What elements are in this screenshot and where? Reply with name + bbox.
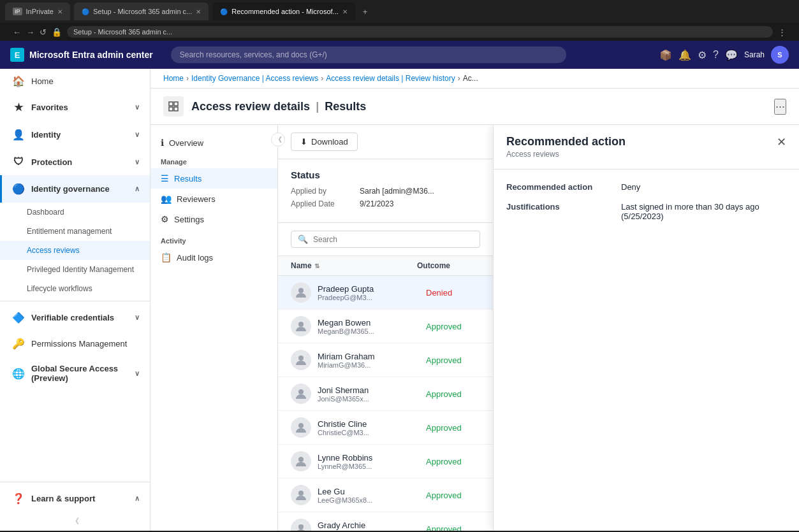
global-search-input[interactable] xyxy=(171,47,566,63)
sidebar-item-protection[interactable]: 🛡 Protection ∨ xyxy=(0,148,150,175)
row-outcome: Approved xyxy=(426,389,480,399)
tab-recommended-close[interactable]: ✕ xyxy=(342,8,348,15)
sidebar-collapse-icon[interactable]: 《 xyxy=(71,516,79,527)
download-icon: ⬇ xyxy=(300,137,307,147)
notifications-icon[interactable]: 🔔 xyxy=(678,49,691,61)
svg-rect-0 xyxy=(169,102,173,106)
table-row[interactable]: Megan Bowen MeganB@M365... Approved xyxy=(278,310,493,343)
tab-inprivate-close[interactable]: ✕ xyxy=(57,8,62,15)
table-row[interactable]: Joni Sherman JoniS@M365x... Approved xyxy=(278,377,493,411)
row-outcome: Approved xyxy=(426,356,480,365)
home-icon: 🏠 xyxy=(12,75,25,87)
row-user-email: MiriamG@M36... xyxy=(318,361,426,369)
brand-icon: E xyxy=(10,48,24,62)
left-nav-reviewers[interactable]: 👥 Reviewers xyxy=(150,189,277,209)
sidebar-item-verifiable-credentials[interactable]: 🔷 Verifiable credentials ∨ xyxy=(0,304,150,331)
row-user-name: Megan Bowen xyxy=(318,318,426,327)
table-row[interactable]: Lee Gu LeeG@M365x8... Approved xyxy=(278,478,493,512)
row-user-info: Miriam Graham MiriamG@M36... xyxy=(318,352,426,369)
left-nav-results[interactable]: ☰ Results xyxy=(150,168,277,189)
row-user-name: Joni Sherman xyxy=(318,385,426,395)
feedback-icon[interactable]: 💬 xyxy=(725,49,738,61)
right-panel-title-block: Recommended action Access reviews xyxy=(506,135,626,159)
breadcrumb: Home › Identity Governance | Access revi… xyxy=(150,69,799,89)
tab-setup[interactable]: 🔵 Setup - Microsoft 365 admin c... ✕ xyxy=(74,3,209,20)
svg-point-11 xyxy=(298,524,304,529)
back-button[interactable]: ← xyxy=(13,27,21,37)
right-panel-close-button[interactable]: ✕ xyxy=(777,135,786,149)
lock-icon: 🔒 xyxy=(52,27,62,37)
forward-button[interactable]: → xyxy=(26,27,34,37)
browser-settings-icon[interactable]: ⋮ xyxy=(778,27,786,37)
page-title: Access review details | Results xyxy=(191,100,366,113)
row-avatar xyxy=(291,485,311,505)
svg-point-10 xyxy=(298,491,304,496)
breadcrumb-identity-governance[interactable]: Identity Governance | Access reviews xyxy=(191,74,318,83)
sidebar-item-learn-support[interactable]: ❓ Learn & support ∧ xyxy=(0,485,150,512)
breadcrumb-access-review-details[interactable]: Access review details | Review history xyxy=(326,74,455,83)
left-nav-activity-section: Activity xyxy=(150,229,277,247)
identity-icon: 👤 xyxy=(12,129,25,141)
row-user-name: Grady Archie xyxy=(318,521,426,530)
sidebar-sub-entitlement-label: Entitlement management xyxy=(27,227,112,236)
address-input[interactable] xyxy=(67,26,773,38)
row-user-name: Lynne Robbins xyxy=(318,453,426,463)
svg-point-6 xyxy=(298,356,304,361)
svg-point-8 xyxy=(298,423,304,428)
left-nav-settings[interactable]: ⚙ Settings xyxy=(150,209,277,229)
new-tab-button[interactable]: + xyxy=(359,7,372,17)
col-name-header[interactable]: Name ⇅ xyxy=(291,261,417,270)
sidebar-item-identity-governance[interactable]: 🔵 Identity governance ∧ xyxy=(0,175,150,203)
global-search[interactable] xyxy=(171,47,566,63)
row-user-info: Megan Bowen MeganB@M365... xyxy=(318,318,426,335)
reload-button[interactable]: ↺ xyxy=(40,27,47,37)
search-section: 🔍 xyxy=(278,223,493,256)
sidebar-item-permissions-management[interactable]: 🔑 Permissions Management xyxy=(0,331,150,356)
sidebar-sub-lifecycle[interactable]: Lifecycle workflows xyxy=(0,279,150,298)
sidebar-sub-access-reviews-label: Access reviews xyxy=(27,246,80,255)
row-user-info: Lynne Robbins LynneR@M365... xyxy=(318,453,426,470)
breadcrumb-home[interactable]: Home xyxy=(163,74,184,83)
row-outcome: Denied xyxy=(426,288,480,298)
sidebar-item-favorites[interactable]: ★ Favorites ∨ xyxy=(0,94,150,121)
download-button[interactable]: ⬇ Download xyxy=(291,133,358,151)
detail-recommended-action-label: Recommended action xyxy=(506,182,621,192)
table-row[interactable]: Pradeep Gupta PradeepG@M3... Denied xyxy=(278,276,493,310)
help-icon[interactable]: ? xyxy=(713,49,719,61)
sidebar-item-favorites-label: Favorites xyxy=(31,103,68,112)
sidebar-item-global-secure[interactable]: 🌐 Global Secure Access (Preview) ∨ xyxy=(0,356,150,391)
right-panel-header: Recommended action Access reviews ✕ xyxy=(494,125,799,169)
protection-chevron-icon: ∨ xyxy=(135,158,140,166)
settings-icon[interactable]: ⚙ xyxy=(698,49,707,61)
table-row[interactable]: Lynne Robbins LynneR@M365... Approved xyxy=(278,445,493,478)
sidebar-item-home[interactable]: 🏠 Home xyxy=(0,69,150,94)
sidebar-sub-access-reviews[interactable]: Access reviews xyxy=(0,241,150,260)
row-user-info: Grady Archie GradyA@M36... xyxy=(318,521,426,531)
sidebar-item-identity-label: Identity xyxy=(31,130,61,140)
sidebar-sub-privileged[interactable]: Privileged Identity Management xyxy=(0,260,150,279)
row-user-name: Lee Gu xyxy=(318,487,426,496)
row-user-name: Pradeep Gupta xyxy=(318,284,426,294)
tab-setup-close[interactable]: ✕ xyxy=(196,8,201,15)
left-nav-overview[interactable]: ℹ Overview xyxy=(150,133,277,153)
search-input[interactable] xyxy=(313,235,473,244)
sidebar-sub-entitlement[interactable]: Entitlement management xyxy=(0,222,150,241)
table-row[interactable]: Christie Cline ChristieC@M3... Approved xyxy=(278,411,493,445)
left-nav-overview-label: Overview xyxy=(169,138,203,148)
page-more-button[interactable]: ··· xyxy=(774,99,786,115)
tab-inprivate[interactable]: IP InPrivate ✕ xyxy=(5,3,70,20)
top-nav-actions: 📦 🔔 ⚙ ? 💬 Sarah S xyxy=(659,46,789,64)
download-label: Download xyxy=(311,137,348,147)
left-nav-collapse-button[interactable]: 《 xyxy=(271,133,285,147)
status-applied-by-label: Applied by xyxy=(291,187,355,196)
sidebar-sub-dashboard[interactable]: Dashboard xyxy=(0,203,150,222)
tab-recommended[interactable]: 🔵 Recommended action - Microsof... ✕ xyxy=(212,3,355,20)
search-wrap[interactable]: 🔍 xyxy=(291,231,480,248)
left-nav-audit-logs[interactable]: 📋 Audit logs xyxy=(150,247,277,268)
protection-icon: 🛡 xyxy=(12,156,25,168)
table-row[interactable]: Grady Archie GradyA@M36... Approved xyxy=(278,512,493,531)
user-avatar[interactable]: S xyxy=(771,46,789,64)
table-row[interactable]: Miriam Graham MiriamG@M36... Approved xyxy=(278,343,493,377)
sidebar-item-identity[interactable]: 👤 Identity ∨ xyxy=(0,121,150,148)
apps-icon[interactable]: 📦 xyxy=(659,49,672,61)
